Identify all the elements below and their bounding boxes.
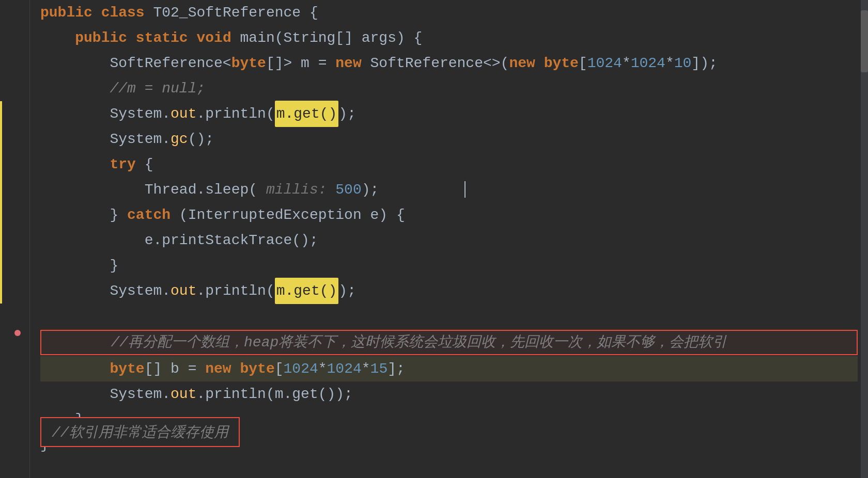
indicator-16 (0, 379, 2, 405)
code-line-15: byte [] b = new byte [ 1024 * 1024 * 15 … (40, 356, 858, 381)
indicator-4 (0, 76, 2, 101)
code-line-12: System. out .println( m.get() ); (40, 278, 858, 304)
indicator-9 (0, 202, 2, 228)
comment-heap: //再分配一个数组，heap将装不下，这时候系统会垃圾回收，先回收一次，如果不够… (41, 330, 727, 355)
code-line-7: try { (40, 152, 858, 177)
keyword-static: static (136, 25, 188, 51)
number-15: 15 (370, 356, 388, 381)
indicator-3 (0, 51, 2, 76)
indicator-15 (0, 354, 2, 379)
code-line-5: System. out .println( m.get() ); (40, 101, 858, 126)
number-1024-2: 1024 (631, 51, 665, 76)
code-line-11: } (40, 253, 858, 278)
indicator-1 (0, 0, 2, 25)
keyword-new-2: new (509, 51, 535, 76)
code-line-9: } catch (InterruptedException e) { (40, 202, 858, 228)
code-line-2: public static void main(String[] args) { (40, 25, 858, 51)
indicator-12 (0, 278, 2, 304)
number-1024-4: 1024 (327, 356, 362, 381)
method-out-3: out (171, 381, 196, 407)
method-out-2: out (171, 278, 196, 304)
indicator-8 (0, 177, 2, 202)
code-line-8: Thread.sleep( millis: 500 ); (40, 177, 858, 202)
keyword-byte-3: byte (110, 356, 144, 381)
indicator-10 (0, 228, 2, 253)
keyword-catch: catch (127, 202, 171, 228)
code-line-10: e.printStackTrace(); (40, 228, 858, 253)
keyword-public-2: public (75, 25, 127, 51)
keyword-void: void (197, 25, 231, 51)
gutter (9, 0, 30, 478)
keyword-public-1: public (40, 0, 92, 25)
code-line-6: System. gc (); (40, 126, 858, 152)
indicator-18 (0, 430, 2, 455)
number-1024-3: 1024 (284, 356, 318, 381)
indicator-13 (0, 304, 2, 329)
indicator-14 (0, 329, 2, 354)
method-gc: gc (171, 126, 188, 152)
code-line-1: public class T02_SoftReference { (40, 0, 858, 25)
highlight-mget-1: m.get() (275, 101, 339, 127)
bottom-comment-box: //软引用非常适合缓存使用 (40, 417, 240, 447)
indicator-11 (0, 253, 2, 278)
code-editor: public class T02_SoftReference { public … (0, 0, 868, 478)
indicator-7 (0, 152, 2, 177)
indicator-2 (0, 25, 2, 51)
change-indicators (0, 0, 9, 478)
indicator-17 (0, 405, 2, 430)
keyword-byte-1: byte (231, 51, 266, 76)
code-line-13 (40, 304, 858, 329)
code-line-16: System. out .println(m.get()); (40, 381, 858, 407)
code-content[interactable]: public class T02_SoftReference { public … (30, 0, 868, 478)
code-line-14: //再分配一个数组，heap将装不下，这时候系统会垃圾回收，先回收一次，如果不够… (40, 330, 858, 355)
number-500: 500 (335, 177, 361, 202)
indicator-6 (0, 126, 2, 152)
number-10: 10 (674, 51, 692, 76)
keyword-class: class (101, 0, 145, 25)
keyword-byte-2: byte (544, 51, 579, 76)
comment-null: //m = null; (110, 76, 205, 101)
indicator-5 (0, 101, 2, 126)
scrollbar-thumb[interactable] (861, 10, 868, 72)
keyword-byte-4: byte (240, 356, 275, 381)
code-line-4: //m = null; (40, 76, 858, 101)
breakpoint-icon[interactable] (13, 329, 22, 337)
scrollbar-track[interactable] (861, 0, 868, 478)
gutter-icons (9, 0, 29, 478)
keyword-new-1: new (335, 51, 361, 76)
keyword-new-3: new (205, 356, 231, 381)
method-out-1: out (171, 101, 196, 126)
text-cursor (464, 181, 466, 198)
highlight-mget-2: m.get() (275, 278, 339, 304)
number-1024-1: 1024 (587, 51, 622, 76)
keyword-try: try (110, 152, 135, 177)
bottom-comment-text: //软引用非常适合缓存使用 (52, 425, 228, 441)
hint-millis: millis: (257, 177, 335, 202)
code-line-3: SoftReference< byte []> m = new SoftRefe… (40, 51, 858, 76)
breakpoint-dot (14, 330, 21, 336)
